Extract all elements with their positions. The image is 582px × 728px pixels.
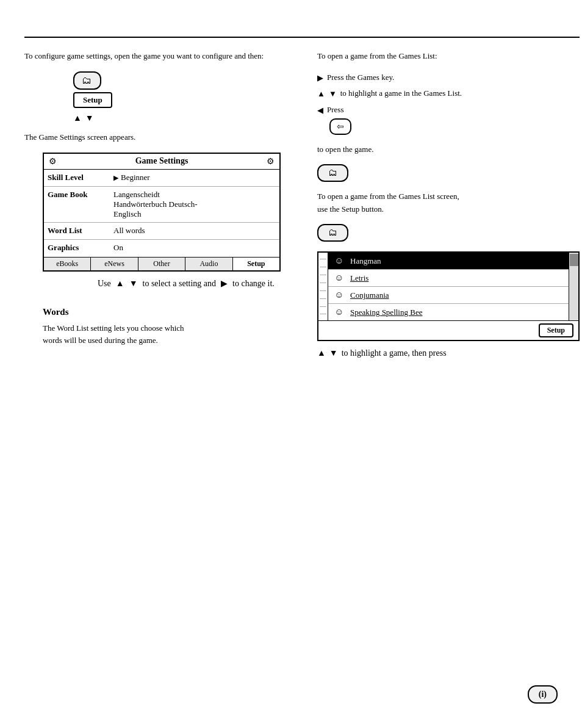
games-arrow-row: ▲ ▼ to highlight a game, then press bbox=[317, 348, 580, 358]
sidebar-line-1 bbox=[320, 259, 326, 259]
words-title: Words bbox=[43, 307, 281, 317]
gear-icon-left: ⚙ bbox=[49, 156, 57, 167]
skill-arrow-icon: ▶ bbox=[113, 174, 118, 182]
sidebar-line-8 bbox=[320, 314, 326, 314]
down-arrow-icon: ▼ bbox=[85, 114, 94, 123]
right-arrow-icon: ▶ bbox=[221, 279, 228, 288]
below-dialog-arrows: Use ▲ ▼ to select a setting and ▶ to cha… bbox=[98, 279, 281, 289]
games-setup-button[interactable]: Setup bbox=[539, 323, 573, 337]
game-item-conjumania[interactable]: ☺ Conjumania bbox=[328, 287, 569, 304]
step3-left-arrow: ◀ bbox=[317, 104, 323, 117]
games-scrollbar[interactable] bbox=[569, 253, 578, 320]
info-icon: (i) bbox=[539, 690, 547, 699]
right-folder-btn-2[interactable]: 🗂 bbox=[317, 224, 348, 242]
below-up-arrow: ▲ bbox=[116, 279, 124, 288]
sidebar-line-4 bbox=[320, 283, 326, 283]
words-section: Words The Word List setting lets you cho… bbox=[43, 307, 281, 348]
step1-arrow-icon: ▶ bbox=[317, 72, 323, 84]
graphics-label: Graphics bbox=[44, 240, 111, 256]
step3b-text: to open the game. bbox=[317, 143, 373, 156]
tab-ebooks[interactable]: eBooks bbox=[44, 258, 91, 270]
game-item-spelling-bee[interactable]: ☺ Speaking Spelling Bee bbox=[328, 304, 569, 320]
left-icon-group: 🗂 Setup bbox=[73, 71, 281, 108]
step2-text: to highlight a game in the Games List. bbox=[340, 87, 462, 99]
step3b-row: to open the game. bbox=[317, 143, 580, 156]
game-item-hangman[interactable]: ☺ Hangman bbox=[328, 253, 569, 270]
step2-up-arrow: ▲ bbox=[317, 88, 325, 100]
word-list-text: All words bbox=[113, 226, 145, 236]
tab-other[interactable]: Other bbox=[138, 258, 185, 270]
step3-row: ◀ Press bbox=[317, 104, 580, 117]
right-folder-btn-1[interactable]: 🗂 bbox=[317, 164, 348, 182]
graphics-value: On bbox=[111, 240, 279, 256]
below-down-arrow: ▼ bbox=[129, 279, 138, 288]
graphics-row: Graphics On bbox=[44, 240, 279, 257]
games-inner: ☺ Hangman ☺ Letris ☺ Conjumania ☺ Speaki… bbox=[318, 253, 578, 320]
to-change-label: to change it. bbox=[232, 279, 275, 289]
games-footer: Setup bbox=[318, 320, 578, 340]
sidebar-line-5 bbox=[320, 290, 326, 291]
back-icon-container: ⇦ bbox=[329, 118, 580, 140]
folder-icon-button[interactable]: 🗂 bbox=[73, 71, 101, 90]
right-mid-text: To open a game from the Games List scree… bbox=[317, 190, 580, 216]
right-folder-icon-1: 🗂 bbox=[328, 168, 337, 178]
setup-button[interactable]: Setup bbox=[73, 92, 112, 108]
tab-audio[interactable]: Audio bbox=[185, 258, 232, 270]
back-button[interactable]: ⇦ bbox=[329, 118, 351, 135]
game-book-row: Game Book LangenscheidtHandwörterbuch De… bbox=[44, 187, 279, 223]
skill-level-row: Skill Level ▶ Beginner bbox=[44, 170, 279, 187]
skill-level-value: ▶ Beginner bbox=[111, 170, 279, 186]
step3-text: Press bbox=[327, 104, 343, 116]
tab-setup[interactable]: Setup bbox=[233, 258, 279, 270]
dialog-title-bar: ⚙ Game Settings ⚙ bbox=[44, 154, 279, 170]
dialog-tabs: eBooks eNews Other Audio Setup bbox=[44, 257, 279, 270]
scrollbar-thumb bbox=[570, 254, 578, 266]
right-folder-icon-2: 🗂 bbox=[328, 228, 337, 238]
game-book-value: LangenscheidtHandwörterbuch Deutsch-Engl… bbox=[111, 187, 279, 222]
hangman-name: Hangman bbox=[350, 256, 564, 266]
step1-text: Press the Games key. bbox=[327, 71, 394, 84]
step2-row: ▲ ▼ to highlight a game in the Games Lis… bbox=[317, 87, 580, 100]
right-icon-group-2: 🗂 bbox=[317, 224, 580, 247]
skill-level-text: Beginner bbox=[121, 173, 150, 182]
game-book-text: LangenscheidtHandwörterbuch Deutsch-Engl… bbox=[113, 190, 198, 219]
games-setup-label: Setup bbox=[547, 326, 565, 335]
games-arrow-text: to highlight a game, then press bbox=[342, 348, 447, 358]
left-arrow-row: ▲ ▼ bbox=[73, 114, 281, 123]
step2-down-arrow: ▼ bbox=[329, 88, 337, 100]
word-list-row: Word List All words bbox=[44, 223, 279, 240]
right-icon-group-1: 🗂 bbox=[317, 164, 580, 187]
word-list-value: All words bbox=[111, 223, 279, 239]
dialog-title: Game Settings bbox=[57, 156, 267, 166]
game-item-letris[interactable]: ☺ Letris bbox=[328, 270, 569, 287]
games-down-arrow: ▼ bbox=[329, 349, 338, 358]
back-icon-symbol: ⇦ bbox=[337, 121, 344, 132]
letris-icon: ☺ bbox=[333, 273, 345, 283]
graphics-text: On bbox=[113, 243, 123, 253]
word-list-label: Word List bbox=[44, 223, 111, 239]
games-list-dialog: ☺ Hangman ☺ Letris ☺ Conjumania ☺ Speaki… bbox=[317, 251, 580, 341]
games-sidebar-lines bbox=[318, 253, 328, 320]
right-intro: To open a game from the Games List: bbox=[317, 50, 580, 63]
use-label: Use bbox=[98, 279, 111, 289]
tab-enews[interactable]: eNews bbox=[91, 258, 138, 270]
spelling-bee-name: Speaking Spelling Bee bbox=[350, 308, 564, 317]
games-up-arrow: ▲ bbox=[317, 349, 326, 358]
games-content: ☺ Hangman ☺ Letris ☺ Conjumania ☺ Speaki… bbox=[328, 253, 569, 320]
left-intro-text: To configure game settings, open the gam… bbox=[24, 50, 281, 63]
letris-name: Letris bbox=[350, 273, 564, 283]
spelling-bee-icon: ☺ bbox=[333, 307, 345, 317]
game-book-label: Game Book bbox=[44, 187, 111, 203]
info-button[interactable]: (i) bbox=[528, 685, 558, 704]
skill-level-label: Skill Level bbox=[44, 170, 111, 186]
step1-row: ▶ Press the Games key. bbox=[317, 71, 580, 84]
sidebar-line-7 bbox=[320, 306, 326, 307]
info-label: i bbox=[541, 690, 544, 699]
conjumania-icon: ☺ bbox=[333, 290, 345, 300]
game-settings-dialog: ⚙ Game Settings ⚙ Skill Level ▶ Beginner… bbox=[43, 153, 281, 272]
left-game-settings-intro: The Game Settings screen appears. bbox=[24, 131, 281, 144]
to-select-label: to select a setting and bbox=[143, 279, 217, 289]
up-arrow-icon: ▲ bbox=[73, 114, 82, 123]
setup-button-label: Setup bbox=[83, 95, 102, 105]
words-description: The Word List setting lets you choose wh… bbox=[43, 322, 281, 348]
